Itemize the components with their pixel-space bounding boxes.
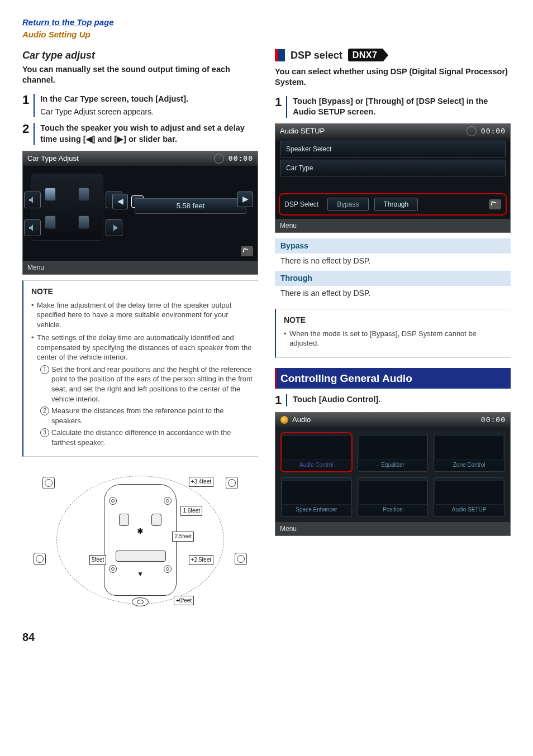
back-icon[interactable] <box>489 199 501 209</box>
diagram-label-c: 2.5feet <box>172 532 194 542</box>
controlling-general-audio-heading: Controlling General Audio <box>275 368 511 389</box>
audio-step-1-instruction: Touch [Audio Control]. <box>293 394 511 405</box>
bypass-button[interactable]: Bypass <box>327 198 368 211</box>
note-ordered-1: Set the front and rear positions and the… <box>40 365 255 404</box>
dsp-step-1: 1 Touch [Bypass] or [Through] of [DSP Se… <box>275 96 511 118</box>
step-2: 2 Touch the speaker you wish to adjust a… <box>22 123 258 145</box>
speaker-rear-left-button[interactable] <box>24 219 41 236</box>
dsp-select-label: DSP Select <box>284 200 318 209</box>
audio-setup-clock: 00:00 <box>481 126 506 136</box>
delay-value: 5.58 feet <box>135 198 246 214</box>
step-1-instruction: In the Car Type screen, touch [Adjust]. <box>40 94 258 105</box>
seat-front-left <box>45 188 56 201</box>
return-to-top-link[interactable]: Return to the Top page <box>22 17 511 28</box>
step-1: 1 In the Car Type screen, touch [Adjust]… <box>22 94 258 117</box>
diagram-label-b: 1.6feet <box>180 506 202 516</box>
tile-equalizer[interactable]: Equalizer <box>358 433 429 472</box>
car-type-adjust-heading: Car type adjust <box>22 49 258 62</box>
seat-front-right <box>78 188 89 201</box>
step-2-number: 2 <box>22 123 29 135</box>
audio-menu-screenshot: Audio 00:00 Audio Control Equalizer Zone… <box>275 412 511 536</box>
left-column: Car type adjust You can manually set the… <box>22 49 258 616</box>
def-bypass-title: Bypass <box>275 238 511 253</box>
dsp-step-1-instruction: Touch [Bypass] or [Through] of [DSP Sele… <box>293 96 511 118</box>
gear-icon <box>467 126 477 136</box>
note-ordered-2: Measure the distances from the reference… <box>40 406 255 425</box>
seat-rear-left <box>45 216 56 229</box>
audio-setup-title: Audio SETUP <box>280 126 325 136</box>
right-column: DSP select DNX7 You can select whether u… <box>275 49 511 616</box>
note-bullet-1: Make fine adjustment of the delay time o… <box>31 300 255 330</box>
audio-title: Audio <box>292 415 311 425</box>
step-1-number: 1 <box>22 94 29 106</box>
diagram-label-d: 5feet <box>89 555 106 565</box>
back-icon[interactable] <box>241 246 253 256</box>
definition-bypass: Bypass There is no effect by DSP. Throug… <box>275 238 511 303</box>
car-type-adjust-lead: You can manually set the sound output ti… <box>22 64 258 86</box>
note-title: NOTE <box>31 286 255 297</box>
def-through-text: There is an effect by DSP. <box>275 286 511 303</box>
seat-rear-right <box>78 216 89 229</box>
dsp-step-1-number: 1 <box>275 96 282 108</box>
dsp-lead: You can select whether using DSP (Digita… <box>275 66 511 88</box>
audio-icon <box>280 415 289 424</box>
diagram-label-a: +3.4feet <box>189 477 213 487</box>
speaker-front-left-button[interactable] <box>24 192 41 208</box>
note-ordered-3: Calculate the distance difference in acc… <box>40 428 255 447</box>
audio-step-1-number: 1 <box>275 394 282 406</box>
distance-diagram: ✱ ▼ +3.4feet 1.6feet 2.5feet 5feet +2.5f… <box>22 465 258 615</box>
delay-right-arrow-button[interactable]: ▶ <box>237 192 253 207</box>
note-title-right: NOTE <box>284 315 507 326</box>
ext-speaker-fl <box>42 477 55 489</box>
speaker-rear-right-button[interactable] <box>106 219 122 236</box>
step-1-result: Car Type Adjust screen appears. <box>40 107 258 117</box>
note-bullet-2: The settings of the delay time are autom… <box>31 333 255 447</box>
ext-speaker-rr <box>235 553 247 565</box>
page-number: 84 <box>22 630 511 645</box>
audio-menu-button[interactable]: Menu <box>280 524 297 533</box>
top-links: Return to the Top page Audio Setting Up <box>22 17 511 41</box>
cta-title: Car Type Adjust <box>27 154 79 164</box>
cta-menu-button[interactable]: Menu <box>27 263 44 272</box>
audio-step-1: 1 Touch [Audio Control]. <box>275 394 511 406</box>
delay-left-arrow-button[interactable]: ◀ <box>112 194 128 209</box>
step-2-instruction: Touch the speaker you wish to adjust and… <box>40 123 258 145</box>
note-box-right: NOTE When the mode is set to [Bypass], D… <box>275 309 511 358</box>
dsp-select-row: DSP Select Bypass Through <box>279 193 507 216</box>
note-box-left: NOTE Make fine adjustment of the delay t… <box>22 280 258 457</box>
speaker-select-row[interactable]: Speaker Select <box>280 141 506 157</box>
audio-setup-menu-button[interactable]: Menu <box>280 221 297 230</box>
heading-marker-icon <box>275 49 285 61</box>
tile-space-enhancer[interactable]: Space Enhancer <box>281 477 352 516</box>
diagram-label-f: +0feet <box>174 596 194 606</box>
def-bypass-text: There is no effect by DSP. <box>275 253 511 271</box>
tile-zone-control[interactable]: Zone Control <box>434 433 505 472</box>
car-diagram <box>31 174 103 241</box>
breadcrumb-section: Audio Setting Up <box>22 29 511 40</box>
cta-clock: 00:00 <box>229 154 253 164</box>
dnx7-badge: DNX7 <box>348 49 383 62</box>
gear-icon <box>214 154 224 164</box>
through-button[interactable]: Through <box>374 198 418 211</box>
audio-setup-screenshot: Audio SETUP 00:00 Speaker Select Car Typ… <box>275 123 511 233</box>
car-type-row[interactable]: Car Type <box>280 160 506 176</box>
note-right-bullet-1: When the mode is set to [Bypass], DSP Sy… <box>284 329 507 348</box>
diagram-label-e: +2.5feet <box>189 555 213 565</box>
ext-speaker-fr <box>226 477 238 489</box>
def-through-title: Through <box>275 271 511 286</box>
dsp-select-heading: DSP select <box>291 49 342 62</box>
tile-position[interactable]: Position <box>358 477 429 516</box>
car-type-adjust-screenshot: Car Type Adjust 00:00 ◀ <box>22 151 258 275</box>
tile-audio-control[interactable]: Audio Control <box>281 433 352 472</box>
ext-speaker-rl <box>34 553 46 565</box>
audio-clock: 00:00 <box>481 415 506 425</box>
tile-audio-setup[interactable]: Audio SETUP <box>434 477 505 516</box>
